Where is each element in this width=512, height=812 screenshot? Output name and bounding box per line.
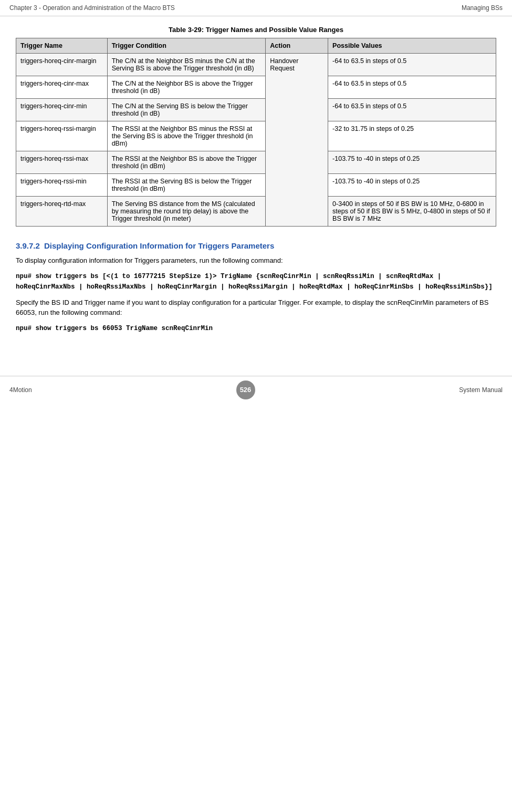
- col-header-values: Possible Values: [328, 38, 496, 54]
- trigger-name-cell: triggers-horeq-rssi-min: [16, 174, 108, 197]
- section-body1: To display configuration information for…: [16, 255, 496, 266]
- trigger-condition-cell: The C/N at the Neighbor BS is above the …: [107, 76, 266, 99]
- section-number: 3.9.7.2: [16, 241, 40, 250]
- footer-page-number: 526: [236, 381, 255, 399]
- col-header-name: Trigger Name: [16, 38, 108, 54]
- section-code2: npu# show triggers bs 66053 TrigName scn…: [16, 323, 496, 334]
- trigger-condition-cell: The RSSI at the Serving BS is below the …: [107, 174, 266, 197]
- trigger-name-cell: triggers-horeq-cinr-max: [16, 76, 108, 99]
- trigger-name-cell: triggers-horeq-rtd-max: [16, 197, 108, 227]
- table-row: triggers-horeq-rtd-maxThe Serving BS dis…: [16, 197, 496, 227]
- trigger-values-cell: -103.75 to -40 in steps of 0.25: [328, 174, 496, 197]
- trigger-values-cell: -64 to 63.5 in steps of 0.5: [328, 54, 496, 76]
- trigger-values-cell: -103.75 to -40 in steps of 0.25: [328, 151, 496, 174]
- trigger-condition-cell: The RSSI at the Neighbor BS is above the…: [107, 151, 266, 174]
- trigger-name-cell: triggers-horeq-rssi-margin: [16, 121, 108, 151]
- header-right: Managing BSs: [462, 4, 503, 12]
- table-row: triggers-horeq-rssi-minThe RSSI at the S…: [16, 174, 496, 197]
- table-row: triggers-horeq-cinr-maxThe C/N at the Ne…: [16, 76, 496, 99]
- table-title: Table 3-29: Trigger Names and Possible V…: [16, 26, 496, 34]
- trigger-name-cell: triggers-horeq-rssi-max: [16, 151, 108, 174]
- trigger-action-cell: Handover Request: [266, 54, 328, 227]
- table-row: triggers-horeq-rssi-maxThe RSSI at the N…: [16, 151, 496, 174]
- header-left: Chapter 3 - Operation and Administration…: [9, 4, 175, 12]
- trigger-condition-cell: The RSSI at the Neighbor BS minus the RS…: [107, 121, 266, 151]
- section-body2: Specify the BS ID and Trigger name if yo…: [16, 297, 496, 318]
- page-content: Table 3-29: Trigger Names and Possible V…: [0, 16, 512, 355]
- table-row: triggers-horeq-cinr-marginThe C/N at the…: [16, 54, 496, 76]
- section-heading: 3.9.7.2Displaying Configuration Informat…: [16, 241, 496, 250]
- page-footer: 4Motion 526 System Manual: [0, 376, 512, 404]
- footer-right: System Manual: [459, 386, 503, 394]
- trigger-condition-cell: The C/N at the Serving BS is below the T…: [107, 99, 266, 121]
- table-row: triggers-horeq-cinr-minThe C/N at the Se…: [16, 99, 496, 121]
- footer-left: 4Motion: [9, 386, 32, 394]
- page-header: Chapter 3 - Operation and Administration…: [0, 0, 512, 16]
- trigger-name-cell: triggers-horeq-cinr-margin: [16, 54, 108, 76]
- trigger-values-cell: -32 to 31.75 in steps of 0.25: [328, 121, 496, 151]
- trigger-name-cell: triggers-horeq-cinr-min: [16, 99, 108, 121]
- trigger-values-cell: 0-3400 in steps of 50 if BS BW is 10 MHz…: [328, 197, 496, 227]
- col-header-condition: Trigger Condition: [107, 38, 266, 54]
- section-title: Displaying Configuration Information for…: [44, 241, 274, 250]
- trigger-values-cell: -64 to 63.5 in steps of 0.5: [328, 76, 496, 99]
- col-header-action: Action: [266, 38, 328, 54]
- trigger-condition-cell: The Serving BS distance from the MS (cal…: [107, 197, 266, 227]
- trigger-condition-cell: The C/N at the Neighbor BS minus the C/N…: [107, 54, 266, 76]
- section-code1: npu# show triggers bs [<(1 to 16777215 S…: [16, 271, 496, 292]
- table-row: triggers-horeq-rssi-marginThe RSSI at th…: [16, 121, 496, 151]
- trigger-values-cell: -64 to 63.5 in steps of 0.5: [328, 99, 496, 121]
- trigger-table: Trigger Name Trigger Condition Action Po…: [16, 38, 496, 227]
